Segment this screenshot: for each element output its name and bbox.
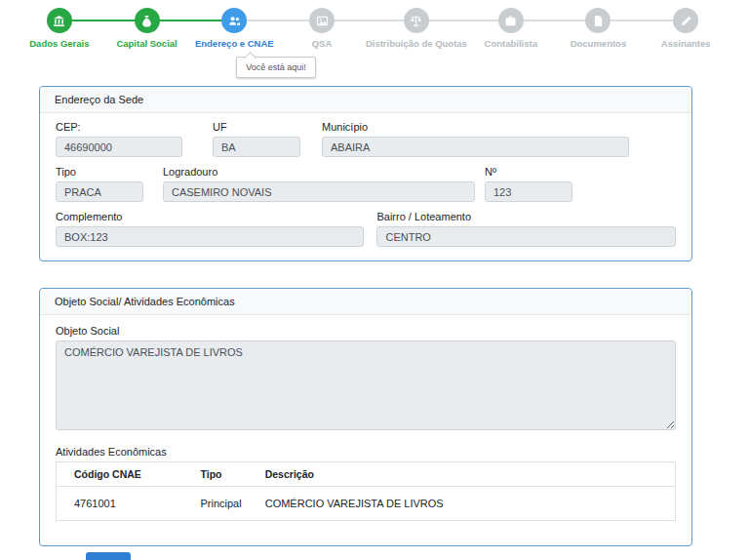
- scale-icon: [404, 8, 429, 33]
- tipo-input[interactable]: [56, 181, 143, 202]
- you-are-here-tooltip: Você está aqui!: [236, 57, 316, 78]
- step-label: Endereço e CNAE: [195, 38, 274, 49]
- cell-tipo: Principal: [183, 487, 248, 521]
- numero-input[interactable]: [485, 181, 572, 202]
- bairro-label: Bairro / Loteamento: [376, 211, 676, 222]
- uf-input[interactable]: [213, 137, 300, 157]
- endereco-sede-panel: Endereço da Sede CEP: UF Município T: [39, 86, 692, 261]
- step-documentos[interactable]: Documentos: [555, 8, 643, 49]
- objeto-social-label: Objeto Social: [56, 325, 676, 337]
- numero-label: Nº: [485, 166, 572, 178]
- logradouro-label: Logradouro: [163, 166, 475, 178]
- image-icon: [309, 8, 335, 33]
- step-label: Assinantes: [661, 38, 711, 49]
- column-header-descricao: Descrição: [248, 462, 676, 487]
- table-header-row: Código CNAE Tipo Descrição: [57, 462, 676, 487]
- step-qsa[interactable]: QSA: [278, 8, 366, 49]
- municipio-input[interactable]: [322, 137, 629, 157]
- column-header-tipo: Tipo: [183, 462, 248, 487]
- objeto-social-panel: Objeto Social/ Atividades Econômicas Obj…: [39, 288, 692, 546]
- money-bag-icon: [135, 8, 160, 33]
- step-label: Documentos: [571, 38, 627, 49]
- objeto-social-textarea[interactable]: COMÉRCIO VAREJISTA DE LIVROS: [56, 340, 676, 430]
- table-row: 4761001 Principal COMÉRCIO VAREJISTA DE …: [57, 487, 676, 521]
- step-dados-gerais[interactable]: Dados Gerais: [16, 8, 103, 49]
- bairro-input[interactable]: [376, 226, 676, 247]
- bank-icon: [47, 8, 72, 33]
- complemento-input[interactable]: [56, 226, 364, 247]
- complemento-label: Complemento: [56, 211, 364, 222]
- briefcase-icon: [498, 8, 524, 33]
- step-label: QSA: [312, 38, 333, 49]
- atividades-table: Código CNAE Tipo Descrição 4761001 Princ…: [56, 461, 676, 521]
- cell-codigo-cnae: 4761001: [57, 487, 183, 521]
- cep-label: CEP:: [56, 121, 182, 133]
- column-header-codigo: Código CNAE: [57, 462, 183, 487]
- step-label: Contabilista: [485, 38, 537, 49]
- logradouro-input[interactable]: [163, 181, 475, 202]
- panel-title: Objeto Social/ Atividades Econômicas: [40, 289, 691, 315]
- tipo-label: Tipo: [56, 166, 143, 178]
- document-icon: [585, 8, 611, 33]
- panel-title: Endereço da Sede: [40, 87, 691, 113]
- step-label: Capital Social: [116, 38, 177, 49]
- step-distribuicao-quotas[interactable]: Distribuição de Quotas: [366, 8, 467, 49]
- step-endereco-cnae[interactable]: Endereço e CNAE Você está aqui!: [190, 8, 278, 49]
- step-label: Distribuição de Quotas: [366, 38, 467, 49]
- users-icon: [221, 8, 247, 33]
- bottom-action-button[interactable]: [86, 552, 131, 560]
- uf-label: UF: [213, 121, 300, 133]
- step-contabilista[interactable]: Contabilista: [467, 8, 555, 49]
- step-assinantes[interactable]: Assinantes: [642, 8, 729, 49]
- signature-icon: [673, 8, 698, 33]
- wizard-stepper: Dados Gerais Capital Social Endereço: [16, 8, 729, 49]
- municipio-label: Município: [322, 121, 629, 133]
- step-label: Dados Gerais: [29, 38, 89, 49]
- atividades-label: Atividades Econômicas: [56, 446, 676, 458]
- registration-wizard-page: Dados Gerais Capital Social Endereço: [0, 0, 749, 560]
- step-capital-social[interactable]: Capital Social: [103, 8, 191, 49]
- cell-descricao: COMÉRCIO VAREJISTA DE LIVROS: [248, 487, 676, 521]
- cep-input[interactable]: [56, 137, 182, 157]
